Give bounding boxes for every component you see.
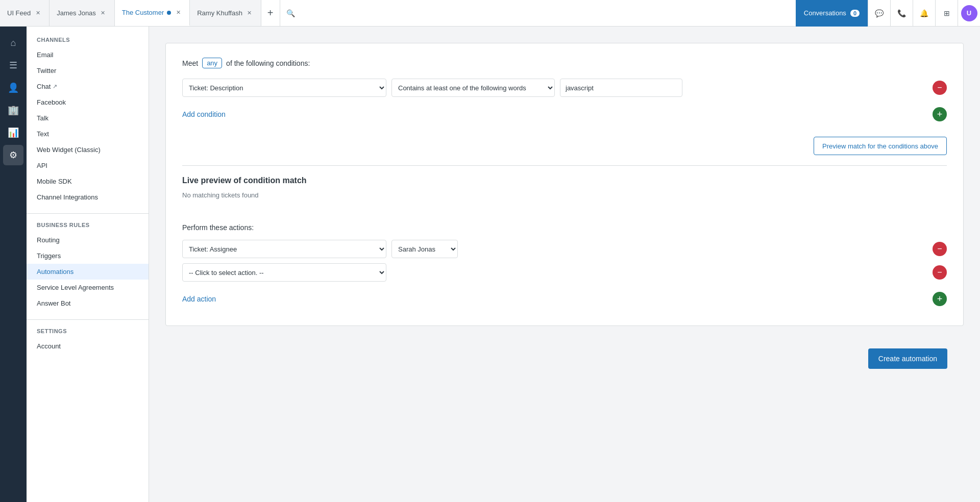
sidebar-item-settings[interactable]: ⚙ [3,145,23,165]
channels-section-title: CHANNELS [27,37,149,47]
sidebar-item-text[interactable]: Text [27,126,149,142]
sidebar-item-account[interactable]: Account [27,338,149,354]
automation-form: Meet any of the following conditions: Ti… [165,43,964,326]
sidebar-item-users[interactable]: 👤 [3,78,23,98]
reports-icon: 📊 [8,127,19,138]
sidebar-item-label: API [37,162,47,169]
close-icon[interactable]: ✕ [174,9,182,17]
settings-icon: ⚙ [9,149,17,161]
preview-match-button[interactable]: Preview match for the conditions above [814,137,947,155]
sidebar-item-talk[interactable]: Talk [27,110,149,126]
tab-ui-feed[interactable]: UI Feed ✕ [0,0,50,26]
no-match-text: No matching tickets found [182,191,947,199]
sidebar-item-automations[interactable]: Automations [27,264,149,280]
sidebar-item-label: Web Widget (Classic) [37,146,101,154]
settings-section-title: SETTINGS [27,328,149,338]
add-condition-button[interactable]: Add condition [182,110,226,118]
plus-icon: + [937,294,943,305]
phone-icon-button[interactable]: 📞 [890,0,913,27]
sidebar-item-label: Email [37,51,54,59]
sidebar-item-email[interactable]: Email [27,47,149,63]
plus-icon: + [937,109,943,120]
chat-icon: 💬 [875,9,884,17]
sidebar-item-twitter[interactable]: Twitter [27,63,149,79]
plus-icon: + [267,7,274,19]
home-icon: ⌂ [11,38,16,48]
add-action-button[interactable]: Add action [182,295,216,303]
remove-action-button-2[interactable]: − [933,265,947,280]
sidebar-item-triggers[interactable]: Triggers [27,248,149,264]
add-action-row: Add action + [182,287,947,311]
action-field-select-2[interactable]: -- Click to select action. -- [182,263,386,282]
conversations-badge: 0 [850,10,860,17]
sidebar-item-reports[interactable]: 📊 [3,122,23,143]
sidebar-item-chat[interactable]: Chat ↗ [27,79,149,94]
action-row-2: -- Click to select action. -- − [182,263,947,282]
tab-label: UI Feed [7,9,31,17]
action-field-select-1[interactable]: Ticket: Assignee [182,240,386,258]
sidebar-item-organizations[interactable]: 🏢 [3,100,23,120]
action-row-1: Ticket: Assignee Sarah Jonas − [182,240,947,258]
tab-the-customer[interactable]: The Customer ✕ [115,0,190,26]
create-automation-button[interactable]: Create automation [868,348,947,369]
tab-james-jonas[interactable]: James Jonas ✕ [50,0,115,26]
chat-icon-button[interactable]: 💬 [868,0,890,27]
topbar: UI Feed ✕ James Jonas ✕ The Customer ✕ R… [0,0,980,27]
sidebar-item-web-widget[interactable]: Web Widget (Classic) [27,142,149,158]
organizations-icon: 🏢 [8,105,19,116]
sidebar-item-views[interactable]: ☰ [3,55,23,76]
tabs-area: UI Feed ✕ James Jonas ✕ The Customer ✕ R… [0,0,796,26]
conversations-button[interactable]: Conversations 0 [796,0,868,27]
sidebar-item-facebook[interactable]: Facebook [27,94,149,110]
user-avatar-button[interactable]: U [958,0,980,27]
condition-operator-select[interactable]: Contains at least one of the following w… [391,79,555,97]
sidebar-item-home[interactable]: ⌂ [3,33,23,53]
minus-icon: − [937,83,942,92]
sidebar-item-label: Answer Bot [37,299,70,307]
avatar: U [961,5,977,21]
sidebar-item-label: Triggers [37,252,61,260]
sidebar-item-label: Talk [37,114,48,122]
live-preview-section: Live preview of condition match No match… [182,165,947,209]
sidebar: CHANNELS Email Twitter Chat ↗ Facebook T… [27,27,149,502]
add-action-plus-button[interactable]: + [933,292,947,306]
sidebar-item-label: Channel Integrations [37,193,98,201]
close-icon[interactable]: ✕ [99,9,107,17]
notifications-button[interactable]: 🔔 [913,0,935,27]
remove-action-button-1[interactable]: − [933,242,947,256]
condition-text-input[interactable] [560,79,682,97]
condition-field-select[interactable]: Ticket: Description [182,79,386,97]
left-nav: ⌂ ☰ 👤 🏢 📊 ⚙ [0,27,27,502]
sidebar-item-channel-integrations[interactable]: Channel Integrations [27,189,149,205]
sidebar-item-label: Mobile SDK [37,178,72,185]
sidebar-item-api[interactable]: API [27,158,149,173]
action-value-select-1[interactable]: Sarah Jonas [391,240,458,258]
condition-row-1: Ticket: Description Contains at least on… [182,79,947,97]
sidebar-item-sla[interactable]: Service Level Agreements [27,280,149,295]
meet-any-badge[interactable]: any [202,58,222,68]
sidebar-item-label: Twitter [37,67,56,74]
close-icon[interactable]: ✕ [34,9,42,17]
footer-bar: Create automation [165,338,964,379]
add-condition-plus-button[interactable]: + [933,107,947,121]
search-button[interactable]: 🔍 [280,0,301,26]
bell-icon: 🔔 [920,9,928,17]
minus-icon: − [937,268,942,277]
sidebar-item-answer-bot[interactable]: Answer Bot [27,295,149,311]
unread-dot [167,11,171,15]
minus-icon: − [937,244,942,254]
meet-suffix: of the following conditions: [226,59,310,67]
remove-condition-button[interactable]: − [933,81,947,95]
sidebar-item-label: Routing [37,236,60,244]
add-tab-button[interactable]: + [261,0,280,26]
apps-button[interactable]: ⊞ [935,0,958,27]
add-condition-row: Add condition + [182,102,947,127]
tab-label: James Jonas [57,9,96,17]
conversations-label: Conversations [804,9,846,17]
sidebar-item-label: Chat [37,83,51,90]
close-icon[interactable]: ✕ [246,9,254,17]
sidebar-item-routing[interactable]: Routing [27,232,149,248]
sidebar-item-mobile-sdk[interactable]: Mobile SDK [27,173,149,189]
users-icon: 👤 [8,82,19,93]
tab-ramy-khuffash[interactable]: Ramy Khuffash ✕ [190,0,261,26]
